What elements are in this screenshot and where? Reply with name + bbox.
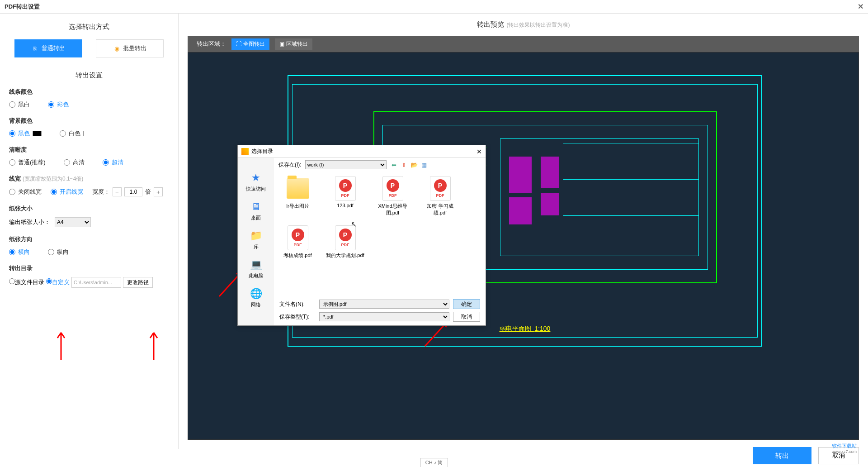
output-source[interactable]: 源文件目录 — [9, 278, 44, 286]
file-item[interactable]: PPDF XMind思维导图.pdf — [373, 176, 412, 216]
line-color-label: 线条颜色 — [9, 88, 169, 96]
export-icon: ⎘ — [32, 45, 39, 52]
output-path-input[interactable] — [71, 277, 121, 288]
pdf-icon: PPDF — [335, 176, 356, 201]
folder-icon — [287, 178, 309, 199]
bg-black[interactable]: 黑色 — [9, 129, 42, 138]
white-swatch — [83, 131, 92, 136]
dialog-app-icon — [241, 148, 249, 155]
settings-title: 转出设置 — [9, 71, 169, 80]
linewidth-on[interactable]: 开启线宽 — [51, 188, 83, 196]
new-folder-icon[interactable]: 📂 — [410, 161, 418, 169]
titlebar: PDF转出设置 ✕ — [0, 0, 868, 14]
clarity-hd[interactable]: 高清 — [64, 158, 85, 167]
width-input[interactable] — [124, 187, 142, 196]
full-icon: ⛶ — [236, 41, 241, 47]
file-item[interactable]: PPDF 考核成绩.pdf — [278, 225, 317, 259]
black-swatch — [33, 131, 42, 136]
settings-panel: 选择转出方式 ⎘ 普通转出 ◉ 批量转出 转出设置 线条颜色 黑白 彩色 背景颜… — [0, 14, 179, 449]
folder-item[interactable]: lr导出图片 — [278, 176, 317, 216]
ok-button[interactable]: 确定 — [453, 299, 480, 309]
normal-export-button[interactable]: ⎘ 普通转出 — [14, 39, 82, 57]
dialog-sidebar: ★快速访问 🖥桌面 📁库 💻此电脑 🌐网络 — [238, 158, 274, 325]
file-list: lr导出图片 PPDF 123.pdf PPDF XMind思维导图.pdf P… — [274, 172, 486, 295]
mode-title: 选择转出方式 — [9, 23, 169, 31]
batch-icon: ◉ — [113, 45, 120, 52]
location-select[interactable]: work (I) — [305, 160, 387, 169]
filetype-select[interactable]: *.pdf — [319, 312, 449, 321]
back-icon[interactable]: ⬅ — [390, 161, 398, 169]
file-item[interactable]: PPDF 我的大学规划.pdf — [326, 225, 364, 259]
paper-size-select[interactable]: A4 — [55, 217, 91, 227]
dialog-title: 选择目录 — [251, 148, 273, 155]
dialog-close-icon[interactable]: ✕ — [476, 148, 482, 155]
output-custom[interactable]: 自定义 — [46, 278, 70, 286]
watermark: 软件下载站 www.xz7.com — [832, 443, 857, 454]
window-title: PDF转出设置 — [5, 3, 40, 11]
file-item[interactable]: PPDF 123.pdf — [326, 176, 364, 216]
width-minus-button[interactable]: − — [113, 187, 122, 196]
line-color-bw[interactable]: 黑白 — [9, 100, 30, 109]
output-dir-label: 转出目录 — [9, 264, 169, 272]
sidebar-desktop[interactable]: 🖥桌面 — [249, 200, 263, 221]
drawing-title: 弱电平面图 1:100 — [500, 325, 551, 333]
clarity-label: 清晰度 — [9, 146, 169, 154]
close-icon[interactable]: ✕ — [858, 2, 863, 11]
pdf-icon: PPDF — [288, 225, 308, 250]
filename-input[interactable]: 示例图.pdf — [319, 300, 449, 309]
region-icon: ▣ — [279, 41, 284, 47]
orientation-label: 纸张方向 — [9, 235, 169, 243]
clarity-uhd[interactable]: 超清 — [103, 158, 123, 167]
bg-color-label: 背景颜色 — [9, 117, 169, 125]
view-icon[interactable]: ▦ — [420, 161, 428, 169]
preview-toolbar: 转出区域： ⛶全图转出 ▣区域转出 — [188, 36, 859, 52]
linewidth-label: 线宽(宽度缩放范围为0.1~4倍) — [9, 175, 169, 183]
pdf-icon: PPDF — [335, 225, 356, 250]
pdf-icon: PPDF — [382, 176, 403, 201]
sidebar-quick-access[interactable]: ★快速访问 — [246, 172, 266, 192]
width-plus-button[interactable]: + — [154, 187, 163, 196]
change-path-button[interactable]: 更改路径 — [123, 277, 153, 288]
export-button[interactable]: 转出 — [753, 447, 811, 464]
full-export-button[interactable]: ⛶全图转出 — [231, 38, 269, 50]
dialog-cancel-button[interactable]: 取消 — [453, 312, 480, 322]
file-item[interactable]: PPDF 加密 学习成绩.pdf — [421, 176, 459, 216]
sidebar-computer[interactable]: 💻此电脑 — [249, 258, 264, 279]
sidebar-network[interactable]: 🌐网络 — [249, 287, 263, 308]
clarity-normal[interactable]: 普通(推荐) — [9, 158, 46, 167]
sidebar-library[interactable]: 📁库 — [249, 229, 263, 250]
ime-indicator: CH ♪ 简 — [420, 458, 448, 467]
paper-size-label: 纸张大小 — [9, 205, 169, 213]
linewidth-off[interactable]: 关闭线宽 — [9, 188, 42, 196]
orientation-landscape[interactable]: 横向 — [9, 248, 30, 256]
bg-white[interactable]: 白色 — [60, 129, 92, 138]
batch-export-button[interactable]: ◉ 批量转出 — [96, 39, 164, 57]
up-icon[interactable]: ⬆ — [400, 161, 408, 169]
preview-title: 转出预览(转出效果以转出设置为准) — [179, 14, 868, 36]
region-export-button[interactable]: ▣区域转出 — [275, 38, 312, 50]
line-color-color[interactable]: 彩色 — [48, 100, 69, 109]
pdf-icon: PPDF — [430, 176, 451, 201]
file-dialog: 选择目录 ✕ ★快速访问 🖥桌面 📁库 💻此电脑 🌐网络 保存在(I): wor… — [237, 145, 486, 326]
orientation-portrait[interactable]: 纵向 — [48, 248, 69, 256]
